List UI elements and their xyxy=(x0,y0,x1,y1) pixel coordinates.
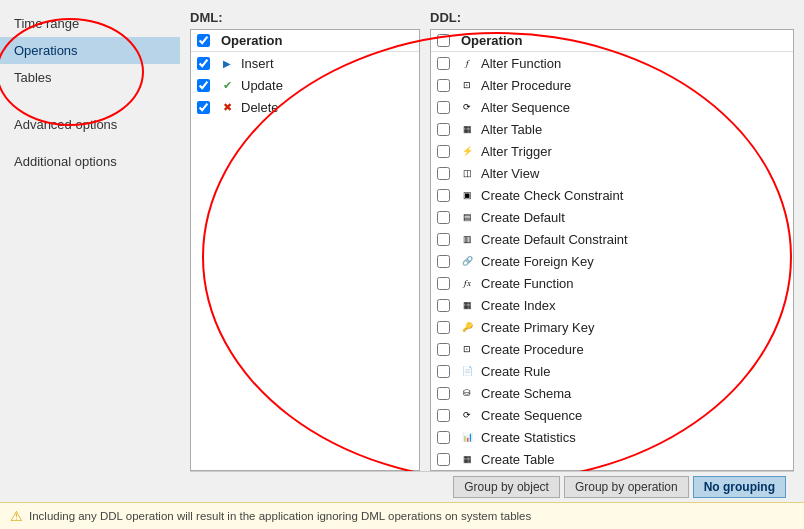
group-by-operation-button[interactable]: Group by operation xyxy=(564,476,689,498)
dml-row-insert[interactable]: ▶ Insert xyxy=(191,52,419,74)
ddl-label-create-index: Create Index xyxy=(477,298,787,313)
ddl-row-create-default-constraint[interactable]: ▥ Create Default Constraint xyxy=(431,228,793,250)
ddl-row-create-sequence[interactable]: ⟳ Create Sequence xyxy=(431,404,793,426)
ddl-check-create-primary-key xyxy=(437,321,457,334)
ddl-checkbox-alter-sequence[interactable] xyxy=(437,101,450,114)
ddl-checkbox-create-primary-key[interactable] xyxy=(437,321,450,334)
ddl-icon-symbol-alter-trigger: ⚡ xyxy=(460,144,474,158)
ddl-checkbox-create-default[interactable] xyxy=(437,211,450,224)
ddl-label: DDL: xyxy=(430,10,794,25)
dml-check-delete xyxy=(197,101,217,114)
ddl-row-alter-sequence[interactable]: ⟳ Alter Sequence xyxy=(431,96,793,118)
ddl-checkbox-create-schema[interactable] xyxy=(437,387,450,400)
ddl-checkbox-alter-procedure[interactable] xyxy=(437,79,450,92)
ddl-check-alter-procedure xyxy=(437,79,457,92)
ddl-checkbox-create-check-constraint[interactable] xyxy=(437,189,450,202)
sidebar-item-additional-options[interactable]: Additional options xyxy=(0,148,180,175)
no-grouping-button[interactable]: No grouping xyxy=(693,476,786,498)
ddl-scroll-content[interactable]: 𝑓 Alter Function ⊡ Alter Procedure ⟳ Alt… xyxy=(431,52,793,470)
ddl-label-create-function: Create Function xyxy=(477,276,787,291)
ddl-icon-symbol-create-sequence: ⟳ xyxy=(460,408,474,422)
dml-checkbox-delete[interactable] xyxy=(197,101,210,114)
ddl-row-alter-view[interactable]: ◫ Alter View xyxy=(431,162,793,184)
ddl-header-check xyxy=(437,34,457,47)
sidebar-item-time-range[interactable]: Time range xyxy=(0,10,180,37)
ddl-row-alter-procedure[interactable]: ⊡ Alter Procedure xyxy=(431,74,793,96)
content-area: DML: Operation ▶ Insert ✔ xyxy=(180,0,804,502)
dml-row-delete[interactable]: ✖ Delete xyxy=(191,96,419,118)
dml-label-update: Update xyxy=(237,78,413,93)
ddl-icon-symbol-create-check-constraint: ▣ xyxy=(460,188,474,202)
dml-select-all-checkbox[interactable] xyxy=(197,34,210,47)
ddl-row-create-check-constraint[interactable]: ▣ Create Check Constraint xyxy=(431,184,793,206)
ddl-checkbox-create-table[interactable] xyxy=(437,453,450,466)
ddl-icon-create-sequence: ⟳ xyxy=(457,408,477,422)
ddl-check-create-function xyxy=(437,277,457,290)
ddl-checkbox-alter-trigger[interactable] xyxy=(437,145,450,158)
warning-bar: ⚠ Including any DDL operation will resul… xyxy=(0,502,804,529)
ddl-check-create-table xyxy=(437,453,457,466)
ddl-icon-symbol-create-statistics: 📊 xyxy=(460,430,474,444)
ddl-row-create-primary-key[interactable]: 🔑 Create Primary Key xyxy=(431,316,793,338)
ddl-checkbox-create-foreign-key[interactable] xyxy=(437,255,450,268)
ddl-row-create-statistics[interactable]: 📊 Create Statistics xyxy=(431,426,793,448)
ddl-checkbox-create-sequence[interactable] xyxy=(437,409,450,422)
ddl-row-create-function[interactable]: 𝑓𝑥 Create Function xyxy=(431,272,793,294)
ddl-row-create-default[interactable]: ▤ Create Default xyxy=(431,206,793,228)
ddl-check-create-schema xyxy=(437,387,457,400)
dml-row-update[interactable]: ✔ Update xyxy=(191,74,419,96)
ddl-section: DDL: Operation 𝑓 Alter Function xyxy=(430,10,794,471)
group-by-object-button[interactable]: Group by object xyxy=(453,476,560,498)
ddl-row-alter-table[interactable]: ▦ Alter Table xyxy=(431,118,793,140)
ddl-checkbox-create-function[interactable] xyxy=(437,277,450,290)
dml-checkbox-insert[interactable] xyxy=(197,57,210,70)
sidebar-item-advanced-options[interactable]: Advanced options xyxy=(0,111,180,138)
dml-checkbox-update[interactable] xyxy=(197,79,210,92)
ddl-row-create-rule[interactable]: 📄 Create Rule xyxy=(431,360,793,382)
ddl-row-create-index[interactable]: ▦ Create Index xyxy=(431,294,793,316)
ddl-checkbox-alter-table[interactable] xyxy=(437,123,450,136)
dml-section: DML: Operation ▶ Insert ✔ xyxy=(190,10,420,471)
ddl-label-create-default: Create Default xyxy=(477,210,787,225)
ddl-checkbox-alter-function[interactable] xyxy=(437,57,450,70)
ddl-select-all-checkbox[interactable] xyxy=(437,34,450,47)
ddl-checkbox-create-rule[interactable] xyxy=(437,365,450,378)
ddl-label-create-table: Create Table xyxy=(477,452,787,467)
ddl-check-alter-table xyxy=(437,123,457,136)
ddl-icon-create-index: ▦ xyxy=(457,298,477,312)
ddl-icon-alter-view: ◫ xyxy=(457,166,477,180)
grouping-bar: Group by objectGroup by operationNo grou… xyxy=(190,471,794,502)
ddl-row-alter-trigger[interactable]: ⚡ Alter Trigger xyxy=(431,140,793,162)
ddl-icon-create-schema: ⛁ xyxy=(457,386,477,400)
ddl-row-create-table[interactable]: ▦ Create Table xyxy=(431,448,793,470)
dml-header-check xyxy=(197,34,217,47)
ddl-checkbox-create-procedure[interactable] xyxy=(437,343,450,356)
ddl-checkbox-create-default-constraint[interactable] xyxy=(437,233,450,246)
ddl-row-create-foreign-key[interactable]: 🔗 Create Foreign Key xyxy=(431,250,793,272)
ddl-checkbox-alter-view[interactable] xyxy=(437,167,450,180)
ddl-icon-symbol-create-default: ▤ xyxy=(460,210,474,224)
ddl-checkbox-create-statistics[interactable] xyxy=(437,431,450,444)
ddl-check-create-default-constraint xyxy=(437,233,457,246)
dml-check-update xyxy=(197,79,217,92)
ddl-check-create-check-constraint xyxy=(437,189,457,202)
sidebar-item-operations[interactable]: Operations xyxy=(0,37,180,64)
ddl-icon-symbol-create-procedure: ⊡ xyxy=(460,342,474,356)
sidebar: Time range Operations Tables Advanced op… xyxy=(0,0,180,502)
ddl-label-alter-sequence: Alter Sequence xyxy=(477,100,787,115)
ddl-icon-symbol-create-function: 𝑓𝑥 xyxy=(460,276,474,290)
ddl-row-create-procedure[interactable]: ⊡ Create Procedure xyxy=(431,338,793,360)
ddl-icon-symbol-create-foreign-key: 🔗 xyxy=(460,254,474,268)
dml-label: DML: xyxy=(190,10,420,25)
ddl-row-alter-function[interactable]: 𝑓 Alter Function xyxy=(431,52,793,74)
ddl-row-create-schema[interactable]: ⛁ Create Schema xyxy=(431,382,793,404)
tables-pos-container: DML: Operation ▶ Insert ✔ xyxy=(190,10,794,471)
ddl-label-create-schema: Create Schema xyxy=(477,386,787,401)
ddl-icon-symbol-create-primary-key: 🔑 xyxy=(460,320,474,334)
ddl-checkbox-create-index[interactable] xyxy=(437,299,450,312)
ddl-icon-alter-table: ▦ xyxy=(457,122,477,136)
warning-icon: ⚠ xyxy=(10,508,23,524)
ddl-check-alter-sequence xyxy=(437,101,457,114)
ddl-check-alter-function xyxy=(437,57,457,70)
sidebar-item-tables[interactable]: Tables xyxy=(0,64,180,91)
